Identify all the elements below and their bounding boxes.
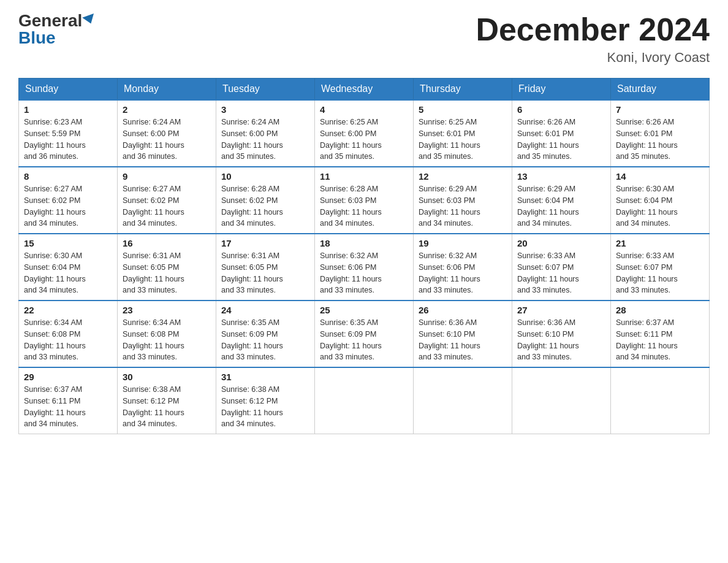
calendar-cell: 6Sunrise: 6:26 AMSunset: 6:01 PMDaylight… bbox=[512, 100, 611, 167]
header-saturday: Saturday bbox=[611, 79, 710, 101]
day-info: Sunrise: 6:27 AMSunset: 6:02 PMDaylight:… bbox=[24, 183, 112, 229]
day-number: 8 bbox=[24, 171, 112, 182]
week-row-2: 8Sunrise: 6:27 AMSunset: 6:02 PMDaylight… bbox=[19, 167, 710, 234]
day-number: 4 bbox=[320, 104, 408, 115]
day-number: 12 bbox=[419, 171, 507, 182]
day-info: Sunrise: 6:38 AMSunset: 6:12 PMDaylight:… bbox=[123, 384, 211, 430]
day-info: Sunrise: 6:37 AMSunset: 6:11 PMDaylight:… bbox=[24, 384, 112, 430]
header-wednesday: Wednesday bbox=[315, 79, 414, 101]
day-number: 2 bbox=[123, 104, 211, 115]
calendar-cell: 13Sunrise: 6:29 AMSunset: 6:04 PMDayligh… bbox=[512, 167, 611, 234]
day-info: Sunrise: 6:30 AMSunset: 6:04 PMDaylight:… bbox=[24, 250, 112, 296]
week-row-5: 29Sunrise: 6:37 AMSunset: 6:11 PMDayligh… bbox=[19, 367, 710, 434]
calendar-cell: 12Sunrise: 6:29 AMSunset: 6:03 PMDayligh… bbox=[414, 167, 512, 234]
day-info: Sunrise: 6:38 AMSunset: 6:12 PMDaylight:… bbox=[221, 384, 309, 430]
day-number: 10 bbox=[221, 171, 309, 182]
calendar-cell: 17Sunrise: 6:31 AMSunset: 6:05 PMDayligh… bbox=[216, 234, 315, 301]
calendar-cell: 3Sunrise: 6:24 AMSunset: 6:00 PMDaylight… bbox=[216, 100, 315, 167]
calendar-header-row: SundayMondayTuesdayWednesdayThursdayFrid… bbox=[19, 79, 710, 101]
calendar-cell: 23Sunrise: 6:34 AMSunset: 6:08 PMDayligh… bbox=[118, 301, 216, 367]
day-info: Sunrise: 6:37 AMSunset: 6:11 PMDaylight:… bbox=[616, 317, 704, 363]
calendar-cell: 31Sunrise: 6:38 AMSunset: 6:12 PMDayligh… bbox=[216, 367, 315, 434]
day-info: Sunrise: 6:28 AMSunset: 6:03 PMDaylight:… bbox=[320, 183, 408, 229]
day-info: Sunrise: 6:28 AMSunset: 6:02 PMDaylight:… bbox=[221, 183, 309, 229]
calendar-cell: 26Sunrise: 6:36 AMSunset: 6:10 PMDayligh… bbox=[414, 301, 512, 367]
day-number: 14 bbox=[616, 171, 704, 182]
day-number: 6 bbox=[517, 104, 605, 115]
calendar-cell bbox=[414, 367, 512, 434]
day-number: 1 bbox=[24, 104, 112, 115]
calendar-cell: 7Sunrise: 6:26 AMSunset: 6:01 PMDaylight… bbox=[611, 100, 710, 167]
week-row-4: 22Sunrise: 6:34 AMSunset: 6:08 PMDayligh… bbox=[19, 301, 710, 367]
logo-triangle-icon bbox=[82, 13, 97, 26]
day-info: Sunrise: 6:34 AMSunset: 6:08 PMDaylight:… bbox=[24, 317, 112, 363]
header-monday: Monday bbox=[118, 79, 216, 101]
day-number: 27 bbox=[517, 305, 605, 315]
day-info: Sunrise: 6:29 AMSunset: 6:04 PMDaylight:… bbox=[517, 183, 605, 229]
day-info: Sunrise: 6:25 AMSunset: 6:00 PMDaylight:… bbox=[320, 117, 408, 163]
day-number: 30 bbox=[123, 372, 211, 382]
day-info: Sunrise: 6:32 AMSunset: 6:06 PMDaylight:… bbox=[320, 250, 408, 296]
day-number: 24 bbox=[221, 305, 309, 315]
week-row-1: 1Sunrise: 6:23 AMSunset: 5:59 PMDaylight… bbox=[19, 100, 710, 167]
day-info: Sunrise: 6:34 AMSunset: 6:08 PMDaylight:… bbox=[123, 317, 211, 363]
day-info: Sunrise: 6:32 AMSunset: 6:06 PMDaylight:… bbox=[419, 250, 507, 296]
day-info: Sunrise: 6:33 AMSunset: 6:07 PMDaylight:… bbox=[616, 250, 704, 296]
day-number: 16 bbox=[123, 238, 211, 248]
day-info: Sunrise: 6:23 AMSunset: 5:59 PMDaylight:… bbox=[24, 117, 112, 163]
day-info: Sunrise: 6:31 AMSunset: 6:05 PMDaylight:… bbox=[221, 250, 309, 296]
day-number: 15 bbox=[24, 238, 112, 248]
day-info: Sunrise: 6:27 AMSunset: 6:02 PMDaylight:… bbox=[123, 183, 211, 229]
header-friday: Friday bbox=[512, 79, 611, 101]
calendar-cell: 15Sunrise: 6:30 AMSunset: 6:04 PMDayligh… bbox=[19, 234, 118, 301]
logo: General Blue bbox=[18, 12, 96, 47]
calendar-cell: 25Sunrise: 6:35 AMSunset: 6:09 PMDayligh… bbox=[315, 301, 414, 367]
day-info: Sunrise: 6:36 AMSunset: 6:10 PMDaylight:… bbox=[517, 317, 605, 363]
day-number: 11 bbox=[320, 171, 408, 182]
day-info: Sunrise: 6:29 AMSunset: 6:03 PMDaylight:… bbox=[419, 183, 507, 229]
day-number: 21 bbox=[616, 238, 704, 248]
day-info: Sunrise: 6:36 AMSunset: 6:10 PMDaylight:… bbox=[419, 317, 507, 363]
day-number: 31 bbox=[221, 372, 309, 382]
calendar-cell: 1Sunrise: 6:23 AMSunset: 5:59 PMDaylight… bbox=[19, 100, 118, 167]
calendar-cell: 4Sunrise: 6:25 AMSunset: 6:00 PMDaylight… bbox=[315, 100, 414, 167]
day-number: 9 bbox=[123, 171, 211, 182]
day-info: Sunrise: 6:26 AMSunset: 6:01 PMDaylight:… bbox=[616, 117, 704, 163]
day-info: Sunrise: 6:30 AMSunset: 6:04 PMDaylight:… bbox=[616, 183, 704, 229]
day-number: 7 bbox=[616, 104, 704, 115]
day-number: 25 bbox=[320, 305, 408, 315]
calendar-cell: 2Sunrise: 6:24 AMSunset: 6:00 PMDaylight… bbox=[118, 100, 216, 167]
day-info: Sunrise: 6:31 AMSunset: 6:05 PMDaylight:… bbox=[123, 250, 211, 296]
day-number: 13 bbox=[517, 171, 605, 182]
day-number: 5 bbox=[419, 104, 507, 115]
day-number: 17 bbox=[221, 238, 309, 248]
calendar-cell: 24Sunrise: 6:35 AMSunset: 6:09 PMDayligh… bbox=[216, 301, 315, 367]
calendar-cell: 20Sunrise: 6:33 AMSunset: 6:07 PMDayligh… bbox=[512, 234, 611, 301]
logo-blue-text: Blue bbox=[18, 29, 56, 47]
calendar-cell: 30Sunrise: 6:38 AMSunset: 6:12 PMDayligh… bbox=[118, 367, 216, 434]
calendar-cell bbox=[512, 367, 611, 434]
day-info: Sunrise: 6:35 AMSunset: 6:09 PMDaylight:… bbox=[320, 317, 408, 363]
day-info: Sunrise: 6:24 AMSunset: 6:00 PMDaylight:… bbox=[123, 117, 211, 163]
day-info: Sunrise: 6:33 AMSunset: 6:07 PMDaylight:… bbox=[517, 250, 605, 296]
month-title: December 2024 bbox=[476, 12, 710, 47]
calendar-cell: 16Sunrise: 6:31 AMSunset: 6:05 PMDayligh… bbox=[118, 234, 216, 301]
header-tuesday: Tuesday bbox=[216, 79, 315, 101]
day-info: Sunrise: 6:25 AMSunset: 6:01 PMDaylight:… bbox=[419, 117, 507, 163]
header-thursday: Thursday bbox=[414, 79, 512, 101]
calendar-cell: 19Sunrise: 6:32 AMSunset: 6:06 PMDayligh… bbox=[414, 234, 512, 301]
day-number: 28 bbox=[616, 305, 704, 315]
day-info: Sunrise: 6:26 AMSunset: 6:01 PMDaylight:… bbox=[517, 117, 605, 163]
location-title: Koni, Ivory Coast bbox=[476, 50, 710, 66]
calendar-cell bbox=[315, 367, 414, 434]
page-header: General Blue December 2024 Koni, Ivory C… bbox=[18, 12, 710, 66]
calendar-table: SundayMondayTuesdayWednesdayThursdayFrid… bbox=[18, 78, 710, 434]
calendar-cell: 5Sunrise: 6:25 AMSunset: 6:01 PMDaylight… bbox=[414, 100, 512, 167]
day-info: Sunrise: 6:35 AMSunset: 6:09 PMDaylight:… bbox=[221, 317, 309, 363]
week-row-3: 15Sunrise: 6:30 AMSunset: 6:04 PMDayligh… bbox=[19, 234, 710, 301]
calendar-cell: 9Sunrise: 6:27 AMSunset: 6:02 PMDaylight… bbox=[118, 167, 216, 234]
calendar-cell: 28Sunrise: 6:37 AMSunset: 6:11 PMDayligh… bbox=[611, 301, 710, 367]
calendar-cell: 22Sunrise: 6:34 AMSunset: 6:08 PMDayligh… bbox=[19, 301, 118, 367]
day-number: 22 bbox=[24, 305, 112, 315]
day-number: 26 bbox=[419, 305, 507, 315]
